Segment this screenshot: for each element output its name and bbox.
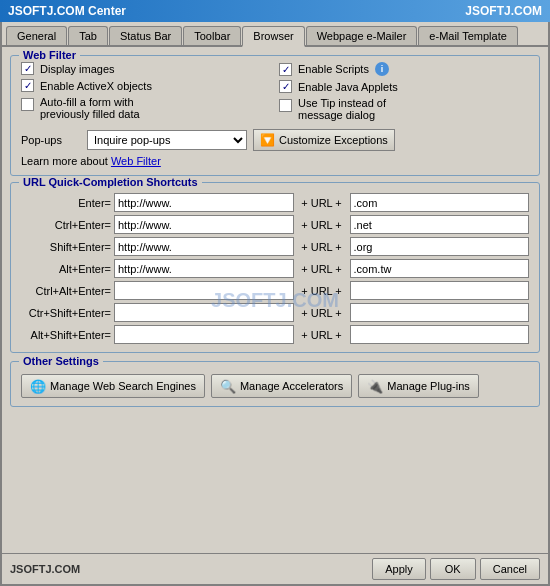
- tab-general[interactable]: General: [6, 26, 67, 45]
- enable-scripts-checkbox[interactable]: [279, 63, 292, 76]
- ctrl-enter-prefix[interactable]: [114, 215, 294, 234]
- alt-enter-suffix[interactable]: [350, 259, 530, 278]
- tab-browser[interactable]: Browser: [242, 26, 304, 47]
- display-images-label: Display images: [40, 63, 115, 75]
- enable-activex-checkbox[interactable]: [21, 79, 34, 92]
- tab-toolbar[interactable]: Toolbar: [183, 26, 241, 45]
- use-tip-label: Use Tip instead of message dialog: [298, 97, 386, 121]
- autofill-checkbox[interactable]: [21, 98, 34, 111]
- display-images-checkbox[interactable]: [21, 62, 34, 75]
- shift-enter-suffix[interactable]: [350, 237, 530, 256]
- shift-enter-plus: + URL +: [297, 241, 347, 253]
- manage-search-engines-btn[interactable]: 🌐 Manage Web Search Engines: [21, 374, 205, 398]
- tab-bar: General Tab Status Bar Toolbar Browser W…: [2, 22, 548, 47]
- url-shortcuts-title: URL Quick-Completion Shortcuts: [19, 176, 202, 188]
- web-filter-link[interactable]: Web Filter: [111, 155, 161, 167]
- enable-java-label: Enable Java Applets: [298, 81, 398, 93]
- tab-tab[interactable]: Tab: [68, 26, 108, 45]
- alt-shift-enter-prefix[interactable]: [114, 325, 294, 344]
- enter-prefix[interactable]: [114, 193, 294, 212]
- tab-statusbar[interactable]: Status Bar: [109, 26, 182, 45]
- alt-shift-enter-plus: + URL +: [297, 329, 347, 341]
- popup-label: Pop-ups: [21, 134, 81, 146]
- ctrl-alt-enter-suffix[interactable]: [350, 281, 530, 300]
- bottom-buttons: Apply OK Cancel: [372, 558, 540, 580]
- ctr-shift-enter-label: Ctr+Shift+Enter=: [21, 307, 111, 319]
- ctrl-alt-enter-plus: + URL +: [297, 285, 347, 297]
- apply-button[interactable]: Apply: [372, 558, 426, 580]
- enter-label: Enter=: [21, 197, 111, 209]
- enable-java-checkbox[interactable]: [279, 80, 292, 93]
- info-icon[interactable]: i: [375, 62, 389, 76]
- use-tip-checkbox[interactable]: [279, 99, 292, 112]
- enable-activex-label: Enable ActiveX objects: [40, 80, 152, 92]
- ctr-shift-enter-plus: + URL +: [297, 307, 347, 319]
- ctrl-enter-plus: + URL +: [297, 219, 347, 231]
- bottom-bar: JSOFTJ.COM Apply OK Cancel: [2, 553, 548, 584]
- other-buttons: 🌐 Manage Web Search Engines 🔍 Manage Acc…: [21, 374, 529, 398]
- alt-enter-plus: + URL +: [297, 263, 347, 275]
- ctr-shift-enter-prefix[interactable]: [114, 303, 294, 322]
- customize-exceptions-btn[interactable]: 🔽 Customize Exceptions: [253, 129, 395, 151]
- title-left: JSOFTJ.COM Center: [8, 4, 126, 18]
- tab-webpage-emailer[interactable]: Webpage e-Mailer: [306, 26, 418, 45]
- manage-plugins-btn[interactable]: 🔌 Manage Plug-ins: [358, 374, 479, 398]
- learn-more-text: Learn more about: [21, 155, 108, 167]
- plug-icon: 🔌: [367, 378, 383, 394]
- bottom-left-text: JSOFTJ.COM: [10, 563, 80, 575]
- search-icon: 🔍: [220, 378, 236, 394]
- ctrl-enter-suffix[interactable]: [350, 215, 530, 234]
- ctr-shift-enter-suffix[interactable]: [350, 303, 530, 322]
- alt-shift-enter-label: Alt+Shift+Enter=: [21, 329, 111, 341]
- ctrl-enter-label: Ctrl+Enter=: [21, 219, 111, 231]
- other-settings-group: Other Settings 🌐 Manage Web Search Engin…: [10, 361, 540, 407]
- filter-icon: 🔽: [260, 133, 275, 147]
- url-grid: Enter= + URL + Ctrl+Enter= + URL + Shift…: [21, 193, 529, 344]
- alt-enter-prefix[interactable]: [114, 259, 294, 278]
- web-filter-title: Web Filter: [19, 49, 80, 61]
- enter-suffix[interactable]: [350, 193, 530, 212]
- shift-enter-label: Shift+Enter=: [21, 241, 111, 253]
- url-shortcuts-group: URL Quick-Completion Shortcuts Enter= + …: [10, 182, 540, 353]
- other-settings-title: Other Settings: [19, 355, 103, 367]
- title-right: JSOFTJ.COM: [465, 4, 542, 18]
- ok-button[interactable]: OK: [430, 558, 476, 580]
- autofill-label: Auto-fill a form with previously filled …: [40, 96, 140, 120]
- enter-plus: + URL +: [297, 197, 347, 209]
- ctrl-alt-enter-label: Ctrl+Alt+Enter=: [21, 285, 111, 297]
- enable-scripts-label: Enable Scripts: [298, 63, 369, 75]
- popup-select[interactable]: Inquire pop-ups Allow pop-ups Block pop-…: [87, 130, 247, 150]
- web-filter-group: Web Filter Display images Enable ActiveX…: [10, 55, 540, 176]
- tab-email-template[interactable]: e-Mail Template: [418, 26, 517, 45]
- alt-shift-enter-suffix[interactable]: [350, 325, 530, 344]
- ctrl-alt-enter-prefix[interactable]: [114, 281, 294, 300]
- shift-enter-prefix[interactable]: [114, 237, 294, 256]
- cancel-button[interactable]: Cancel: [480, 558, 540, 580]
- globe-icon: 🌐: [30, 378, 46, 394]
- manage-accelerators-btn[interactable]: 🔍 Manage Accelerators: [211, 374, 352, 398]
- alt-enter-label: Alt+Enter=: [21, 263, 111, 275]
